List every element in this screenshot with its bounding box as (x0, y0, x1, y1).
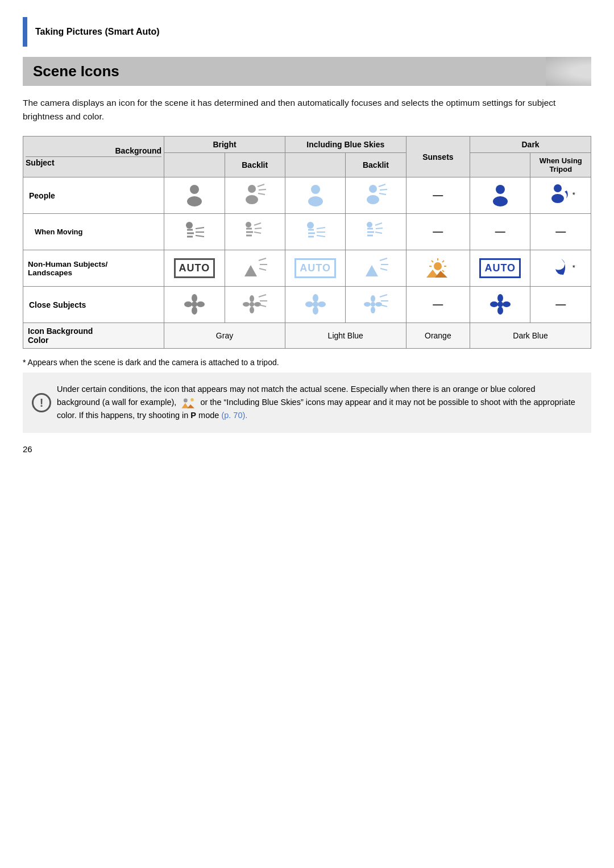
bg-color-orange: Orange (406, 323, 470, 349)
svg-line-24 (196, 235, 204, 237)
description: The camera displays an icon for the scen… (23, 96, 591, 123)
svg-point-83 (371, 307, 375, 313)
table-row-close-subjects: Close Subjects (23, 287, 591, 323)
header-normal-dark (470, 153, 530, 177)
scene-table: Background Subject Bright Including Blue… (23, 136, 591, 349)
svg-line-43 (375, 223, 382, 225)
moving-dark-dash: — (470, 214, 530, 250)
header-backlit2: Backlit (346, 153, 406, 177)
icon-landscape-sunsets (406, 250, 470, 287)
landscape-backlit-icon (242, 255, 268, 281)
icon-wrapper (362, 290, 390, 319)
svg-point-92 (490, 301, 498, 307)
close-dark-icon (487, 291, 513, 317)
svg-line-5 (259, 189, 266, 190)
icon-moving-ibs-backlit (346, 214, 406, 250)
icon-wrapper: AUTO (301, 254, 330, 283)
tripod-icon-wrapper: * (546, 181, 575, 208)
icon-wrapper (301, 181, 330, 209)
icon-wrapper (301, 217, 330, 246)
icon-people-ibs-backlit (346, 177, 406, 214)
icon-wrapper (362, 217, 390, 246)
svg-point-32 (307, 222, 314, 229)
icon-landscape-bright: AUTO (164, 250, 225, 287)
icon-wrapper: AUTO (486, 254, 515, 283)
asterisk-mark2: * (572, 263, 575, 272)
header-subject-label: Subject (26, 158, 161, 167)
svg-point-2 (248, 185, 256, 193)
svg-point-84 (364, 302, 371, 307)
icon-people-bright-backlit (225, 177, 285, 214)
icon-wrapper (486, 290, 515, 319)
icon-people-dark-tripod: * (530, 177, 591, 214)
icon-wrapper (424, 254, 452, 282)
table-row-when-moving: When Moving (23, 214, 591, 250)
people-ibs-backlit-icon (363, 182, 389, 208)
people-ibs-icon (302, 182, 329, 208)
icon-wrapper (362, 254, 390, 282)
svg-point-25 (246, 222, 251, 228)
landscape-tripod-icon (546, 254, 572, 280)
svg-line-86 (380, 295, 387, 297)
top-header: Taking Pictures (Smart Auto) (23, 17, 591, 47)
svg-line-29 (254, 223, 261, 225)
svg-point-85 (375, 302, 382, 307)
header-backlit1 (164, 153, 225, 177)
svg-line-53 (380, 268, 387, 270)
icon-wrapper (180, 290, 209, 319)
icon-wrapper (362, 181, 390, 209)
asterisk-footnote: * (23, 358, 28, 367)
svg-point-94 (184, 399, 188, 403)
svg-line-45 (375, 232, 382, 233)
svg-line-22 (196, 228, 204, 229)
blue-bar-decoration (23, 17, 27, 47)
svg-point-70 (250, 307, 254, 313)
svg-line-30 (255, 228, 262, 229)
svg-point-77 (313, 294, 318, 302)
row-label-close-subjects: Close Subjects (23, 287, 164, 323)
svg-marker-50 (366, 265, 378, 276)
people-dark-icon (487, 182, 513, 208)
bg-color-light-blue: Light Blue (285, 323, 406, 349)
svg-point-14 (496, 185, 505, 194)
close-bright-icon (181, 291, 208, 317)
header-including-blue-skies: Including Blue Skies (285, 137, 406, 153)
moving-tripod-dash: — (530, 214, 591, 250)
svg-point-9 (369, 185, 377, 193)
svg-line-73 (259, 295, 266, 297)
tripod-icon-wrapper: * (546, 254, 575, 280)
svg-line-31 (254, 232, 261, 233)
people-bright-icon (181, 182, 208, 208)
icon-close-dark (470, 287, 530, 323)
page-subtitle: Taking Pictures (Smart Auto) (35, 27, 160, 37)
bg-color-gray: Gray (164, 323, 285, 349)
svg-line-12 (380, 189, 387, 190)
people-tripod-icon (546, 181, 572, 208)
icon-people-bright (164, 177, 225, 214)
svg-point-90 (497, 294, 503, 302)
svg-marker-62 (435, 271, 447, 278)
close-sunsets-dash: — (406, 287, 470, 323)
icon-wrapper: AUTO (180, 254, 209, 283)
svg-line-4 (258, 184, 264, 187)
svg-line-75 (259, 305, 266, 307)
icon-landscape-dark-tripod: * (530, 250, 591, 287)
icon-wrapper (486, 181, 515, 209)
svg-line-38 (317, 235, 325, 237)
svg-point-7 (311, 185, 320, 194)
close-ibs-icon (302, 291, 329, 317)
auto-box-darkblue: AUTO (479, 258, 521, 278)
note-inline-icon (180, 396, 196, 409)
section-title: Scene Icons (33, 63, 119, 80)
icon-moving-bright (164, 214, 225, 250)
auto-box-gray: AUTO (174, 258, 215, 278)
moving-ibs-backlit-icon (363, 218, 389, 245)
svg-point-65 (192, 307, 197, 315)
header-backlit1b: Backlit (225, 153, 285, 177)
svg-line-44 (376, 228, 383, 229)
moving-ibs-icon (302, 218, 329, 245)
close-ibs-backlit-icon (363, 291, 389, 317)
svg-point-17 (551, 194, 564, 203)
row-label-when-moving: When Moving (23, 214, 164, 250)
table-row-landscapes: Non-Human Subjects/Landscapes AUTO (23, 250, 591, 287)
